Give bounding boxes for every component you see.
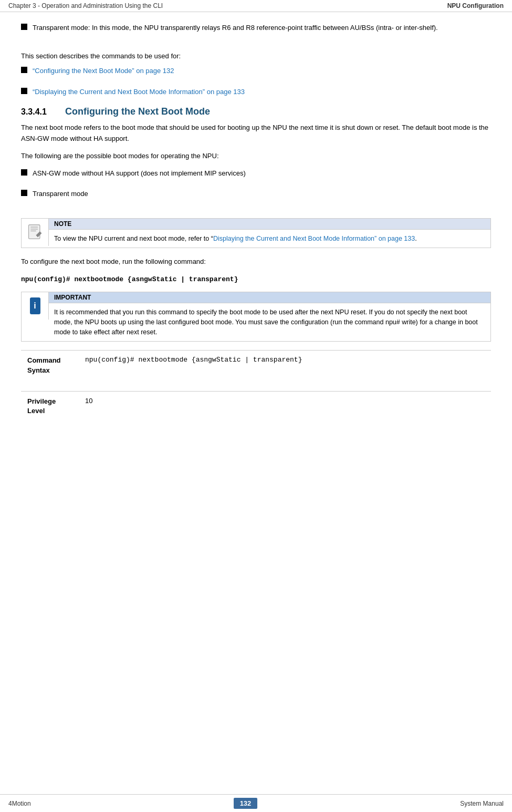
section-number: 3.3.4.1 [21,107,58,117]
important-box: i IMPORTANT It is recommended that you r… [21,292,491,342]
chapter-title: Chapter 3 - Operation and Administration… [8,2,163,9]
note-body-link[interactable]: Displaying the Current and Next Boot Mod… [213,235,415,242]
command-syntax-value: npu(config)# nextbootmode {asngwStatic |… [79,351,491,381]
important-content: IMPORTANT It is recommended that you run… [49,292,490,341]
privilege-level-label: Privilege Level [21,391,79,421]
page-header: Chapter 3 - Operation and Administration… [0,0,512,12]
note-body-prefix: To view the NPU current and next boot mo… [54,235,213,242]
bullet-square-icon [21,88,27,94]
bullet-asngw: ASN-GW mode without HA support (does not… [21,168,491,179]
command-code-1: npu(config)# nextbootmode {asngwStatic |… [21,275,238,283]
bullet-transparent-text-2: Transparent mode [33,189,88,199]
privilege-level-value: 10 [79,391,491,421]
footer-right-label: System Manual [460,800,504,807]
link-bullet-2: “Displaying the Current and Next Boot Mo… [21,87,491,97]
bullet-transparent-mode-2: Transparent mode [21,189,491,199]
svg-rect-3 [30,230,36,231]
bullet-square-icon [21,24,27,30]
bullet-square-icon [21,190,27,196]
command-syntax-row: Command Syntax npu(config)# nextbootmode… [21,351,491,381]
svg-rect-1 [30,227,38,228]
page-footer: 4Motion 132 System Manual [0,794,512,812]
link-configure-boot-mode[interactable]: “Configuring the Next Boot Mode” on page… [33,66,174,76]
bullet-transparent-text: Transparent mode: In this mode, the NPU … [33,23,438,33]
important-icon: i [30,297,40,314]
bullet-transparent-mode: Transparent mode: In this mode, the NPU … [21,23,491,33]
body-para-1: The next boot mode refers to the boot mo… [21,122,491,145]
link-display-boot-mode[interactable]: “Displaying the Current and Next Boot Mo… [33,87,245,97]
note-icon-column [22,219,49,246]
bullet-square-icon [21,67,27,73]
important-icon-column: i [22,292,49,320]
note-header-label: NOTE [49,219,490,230]
page-number: 132 [234,798,258,809]
command-syntax-table: Command Syntax npu(config)# nextbootmode… [21,350,491,380]
bullet-asngw-text: ASN-GW mode without HA support (does not… [33,168,246,179]
configure-text: To configure the next boot mode, run the… [21,256,491,268]
important-body-text: It is recommended that you run this comm… [49,303,490,341]
important-header-label: IMPORTANT [49,292,490,303]
note-content: NOTE To view the NPU current and next bo… [49,219,490,248]
note-body-text: To view the NPU current and next boot mo… [49,230,490,248]
bullet-square-icon [21,169,27,176]
section-title-header: NPU Configuration [447,2,504,9]
command-line-1: npu(config)# nextbootmode {asngwStatic |… [21,275,491,283]
footer-left-label: 4Motion [8,800,31,807]
command-syntax-label: Command Syntax [21,351,79,381]
body-para-2: The following are the possible boot mode… [21,151,491,162]
section-title-text: Configuring the Next Boot Mode [65,106,210,117]
note-icon [27,224,44,241]
main-content: Transparent mode: In this mode, the NPU … [0,12,512,431]
note-body-suffix: . [415,235,416,242]
link-bullet-1: “Configuring the Next Boot Mode” on page… [21,66,491,76]
section-heading-3341: 3.3.4.1 Configuring the Next Boot Mode [21,106,491,117]
note-box: NOTE To view the NPU current and next bo… [21,218,491,249]
intro-paragraph: This section describes the commands to b… [21,51,491,62]
privilege-level-table: Privilege Level 10 [21,391,491,421]
svg-rect-2 [30,229,38,230]
privilege-level-row: Privilege Level 10 [21,391,491,421]
